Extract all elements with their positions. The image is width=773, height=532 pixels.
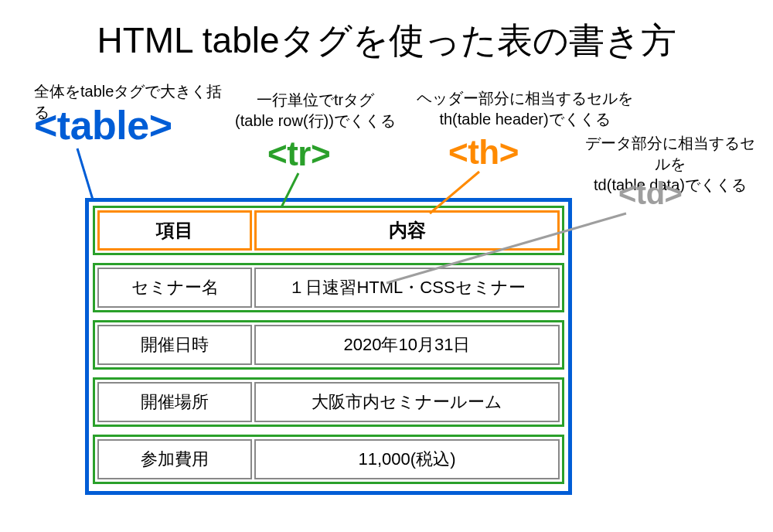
svg-line-0	[77, 148, 93, 200]
page-title: HTML tableタグを使った表の書き方	[0, 17, 773, 65]
table-header-row: 項目 内容	[93, 206, 564, 255]
table-cell: 開催日時	[97, 325, 252, 365]
table-box: 項目 内容 セミナー名 １日速習HTML・CSSセミナー 開催日時 2020年1…	[85, 198, 572, 495]
table-cell: セミナー名	[97, 268, 252, 308]
table-row: セミナー名 １日速習HTML・CSSセミナー	[93, 263, 564, 312]
table-row: 開催場所 大阪市内セミナールーム	[93, 377, 564, 427]
table-cell: 11,000(税込)	[254, 439, 560, 479]
tr-callout-note: 一行単位でtrタグ (table row(行))でくくる	[230, 90, 400, 131]
table-header-cell: 項目	[97, 210, 252, 251]
th-callout-note: ヘッダー部分に相当するセルを th(table header)でくくる	[413, 88, 637, 130]
td-callout-tag: <td>	[618, 176, 682, 211]
tr-callout-tag: <tr>	[267, 135, 330, 173]
table-row: 開催日時 2020年10月31日	[93, 320, 564, 370]
table-row: 参加費用 11,000(税込)	[93, 435, 564, 484]
th-callout-tag: <th>	[448, 133, 519, 172]
table-callout-tag: <table>	[34, 102, 172, 148]
table-cell: 開催場所	[97, 382, 252, 422]
table-cell: １日速習HTML・CSSセミナー	[254, 268, 560, 308]
table-cell: 参加費用	[97, 439, 252, 479]
table-header-cell: 内容	[254, 210, 560, 251]
table-cell: 大阪市内セミナールーム	[254, 382, 560, 422]
table-cell: 2020年10月31日	[254, 325, 560, 365]
